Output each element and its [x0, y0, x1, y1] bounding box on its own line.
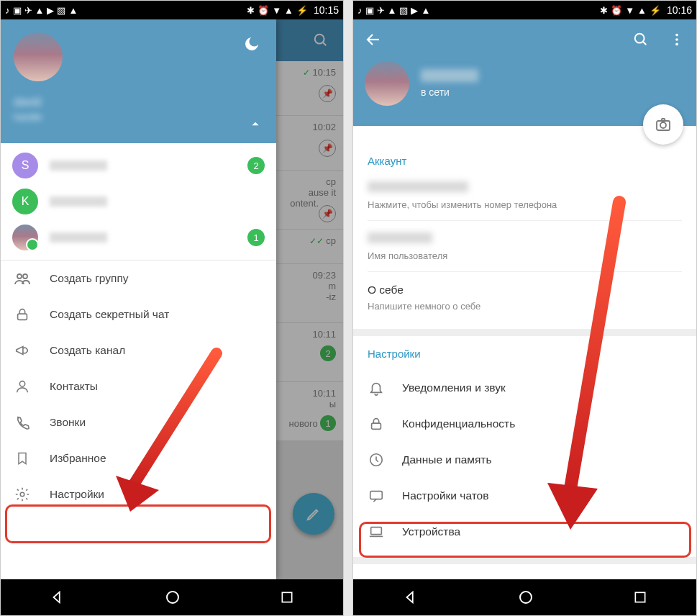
svg-point-5	[19, 381, 24, 386]
username-field[interactable]: Имя пользователя	[368, 228, 682, 272]
lock-icon	[14, 306, 31, 323]
account-section: Аккаунт Нажмите, чтобы изменить номер те…	[353, 126, 696, 336]
gear-icon	[14, 486, 31, 503]
account-avatar: S	[12, 153, 38, 178]
svg-rect-19	[371, 527, 382, 535]
section-title: Настройки	[368, 348, 682, 360]
bio-field[interactable]: О себе Напишите немного о себе	[368, 279, 682, 322]
menu-saved[interactable]: Избранное	[1, 440, 276, 476]
svg-point-20	[520, 592, 532, 603]
setting-label: Данные и память	[402, 453, 492, 466]
svg-rect-4	[18, 314, 27, 320]
unread-badge: 1	[247, 229, 265, 246]
svg-point-6	[20, 492, 24, 497]
svg-point-9	[635, 34, 644, 43]
status-icons-left: ♪▣✈▲▧▶▲	[357, 5, 430, 16]
unread-badge: 2	[247, 157, 265, 174]
drawer-header: david handle	[1, 19, 276, 143]
profile-name: david	[14, 96, 263, 109]
status-time: 10:15	[314, 4, 339, 16]
svg-point-3	[23, 274, 27, 278]
svg-point-15	[660, 122, 666, 128]
phone-icon	[14, 414, 31, 431]
megaphone-icon	[14, 342, 31, 359]
menu-label: Контакты	[50, 380, 98, 393]
svg-point-2	[17, 274, 22, 278]
status-icons-right: ✱⏰▼▲⚡ 10:16	[600, 4, 692, 16]
svg-point-12	[675, 38, 678, 41]
svg-point-7	[167, 592, 178, 603]
status-bar: ♪▣✈▲▧▶▲ ✱⏰▼▲⚡ 10:16	[353, 1, 696, 19]
menu-label: Создать группу	[50, 272, 129, 285]
account-list: S 2 K 1	[1, 143, 276, 261]
svg-line-10	[643, 42, 647, 45]
back-button[interactable]	[365, 31, 382, 51]
menu-new-channel[interactable]: Создать канал	[1, 332, 276, 368]
recents-button[interactable]	[633, 590, 647, 604]
status-icons-right: ✱⏰▼▲⚡ 10:15	[247, 4, 339, 16]
profile-avatar[interactable]	[14, 32, 63, 81]
svg-rect-18	[370, 492, 383, 499]
svg-point-11	[675, 34, 678, 37]
settings-header: в сети	[353, 19, 696, 126]
android-nav-bar	[1, 579, 343, 615]
status-time: 10:16	[667, 4, 692, 16]
menu-contacts[interactable]: Контакты	[1, 368, 276, 404]
settings-section: Настройки Уведомления и звук Конфиденциа…	[353, 336, 696, 564]
svg-point-13	[675, 43, 678, 46]
laptop-icon	[368, 523, 385, 540]
person-icon	[14, 378, 31, 395]
menu-label: Звонки	[50, 416, 86, 429]
svg-point-0	[315, 35, 324, 44]
clock-icon	[368, 451, 385, 468]
android-nav-bar	[353, 579, 696, 615]
svg-line-1	[323, 42, 327, 46]
settings-chats[interactable]: Настройки чатов	[368, 478, 682, 514]
group-icon	[14, 270, 31, 287]
search-icon[interactable]	[633, 32, 649, 50]
back-button[interactable]	[403, 589, 419, 605]
bell-icon	[368, 379, 385, 397]
change-photo-button[interactable]	[643, 104, 683, 145]
bookmark-icon	[14, 450, 31, 467]
status-icons-left: ♪▣✈▲▶▧▲	[5, 5, 78, 16]
menu-label: Настройки	[50, 488, 104, 501]
setting-label: Устройства	[402, 525, 460, 538]
menu-label: Избранное	[50, 452, 106, 465]
setting-label: Уведомления и звук	[402, 381, 506, 394]
profile-avatar[interactable]	[365, 61, 409, 106]
navigation-drawer: david handle S 2 K 1	[1, 19, 276, 579]
menu-secret-chat[interactable]: Создать секретный чат	[1, 296, 276, 332]
new-message-fab[interactable]	[293, 493, 334, 535]
status-bar: ♪▣✈▲▶▧▲ ✱⏰▼▲⚡ 10:15	[1, 1, 343, 19]
setting-label: Настройки чатов	[402, 489, 488, 502]
section-title: Аккаунт	[368, 155, 682, 167]
account-avatar	[12, 225, 38, 250]
back-button[interactable]	[50, 589, 65, 605]
account-toggle[interactable]	[250, 119, 260, 132]
search-icon[interactable]	[313, 32, 329, 48]
chat-icon	[368, 487, 385, 504]
more-icon[interactable]	[669, 32, 685, 50]
profile-handle: handle	[14, 112, 263, 122]
settings-privacy[interactable]: Конфиденциальность	[368, 406, 682, 442]
phone-field[interactable]: Нажмите, чтобы изменить номер телефона	[368, 177, 682, 221]
drawer-menu: Создать группу Создать секретный чат Соз…	[1, 261, 276, 579]
recents-button[interactable]	[280, 590, 294, 604]
home-button[interactable]	[517, 589, 534, 606]
menu-settings[interactable]: Настройки	[1, 476, 276, 512]
account-item[interactable]: S 2	[1, 148, 276, 184]
menu-new-group[interactable]: Создать группу	[1, 261, 276, 296]
setting-label: Конфиденциальность	[402, 417, 515, 430]
account-item[interactable]: 1	[1, 219, 276, 255]
main-toolbar	[275, 19, 343, 61]
settings-data[interactable]: Данные и память	[368, 442, 682, 478]
menu-calls[interactable]: Звонки	[1, 404, 276, 440]
account-item[interactable]: K	[1, 184, 276, 219]
profile-status: в сети	[421, 86, 478, 98]
settings-notifications[interactable]: Уведомления и звук	[368, 370, 682, 406]
home-button[interactable]	[164, 589, 181, 606]
night-mode-toggle[interactable]	[243, 35, 260, 55]
settings-devices[interactable]: Устройства	[368, 514, 682, 550]
svg-rect-8	[282, 592, 291, 602]
